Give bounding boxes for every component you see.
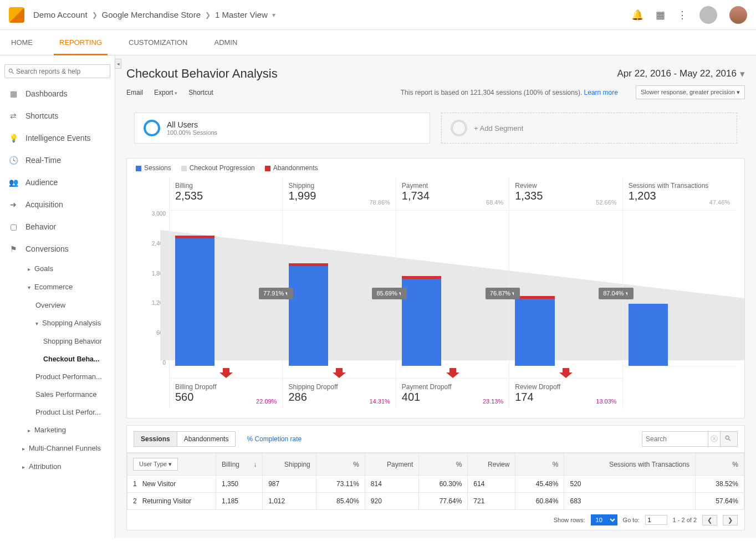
- subnav-marketing[interactable]: ▸Marketing: [0, 421, 115, 440]
- email-button[interactable]: Email: [126, 89, 143, 96]
- tab-home[interactable]: HOME: [6, 30, 38, 55]
- col-header[interactable]: %: [316, 453, 365, 476]
- subnav-checkout-behavior[interactable]: Checkout Beha...: [0, 350, 115, 368]
- breadcrumb-view[interactable]: 1 Master View: [215, 10, 268, 19]
- stage-label: Review: [515, 182, 616, 190]
- people-icon: 👥: [8, 178, 19, 187]
- table-row[interactable]: 2 Returning Visitor1,1851,01285.40%92077…: [127, 493, 744, 510]
- nav-dashboards[interactable]: ▦Dashboards: [0, 83, 115, 105]
- collapse-sidebar-icon[interactable]: ◂: [115, 59, 121, 69]
- subnav-sales-performance[interactable]: Sales Performance: [0, 386, 115, 404]
- bell-icon[interactable]: 🔔: [631, 9, 643, 21]
- col-header[interactable]: Shipping: [263, 453, 316, 476]
- show-rows-label: Show rows:: [554, 517, 585, 523]
- subnav-mcf[interactable]: ▸Multi-Channel Funnels: [0, 440, 115, 458]
- col-header[interactable]: %: [695, 453, 744, 476]
- nav-realtime[interactable]: 🕓Real-Time: [0, 149, 115, 171]
- user-avatar[interactable]: [729, 6, 747, 24]
- subnav-shopping-behavior[interactable]: Shopping Behavior: [0, 333, 115, 350]
- caret-right-icon: ▸: [22, 442, 27, 456]
- tab-sessions[interactable]: Sessions: [134, 431, 177, 447]
- clear-icon[interactable]: ⓧ: [708, 431, 721, 447]
- stage-pct: 78.86%: [370, 199, 390, 206]
- tab-reporting[interactable]: REPORTING: [54, 30, 108, 55]
- y-tick: 0: [136, 360, 166, 366]
- col-header[interactable]: Sessions with Transactions: [564, 453, 695, 476]
- flow-pill[interactable]: 76.87% ▾: [486, 288, 520, 299]
- dropoff-arrow-icon: [219, 368, 233, 378]
- nav-audience[interactable]: 👥Audience: [0, 171, 115, 193]
- rows-select[interactable]: 10: [591, 514, 617, 525]
- subnav-goals[interactable]: ▸Goals: [0, 260, 115, 278]
- dropoff-arrow-icon: [559, 368, 573, 378]
- user-type-dropdown[interactable]: User Type ▾: [133, 458, 178, 471]
- subnav-product-performance[interactable]: Product Performan...: [0, 368, 115, 386]
- subnav-shopping-analysis[interactable]: ▾Shopping Analysis: [0, 314, 115, 333]
- add-segment-button[interactable]: + Add Segment: [441, 113, 737, 144]
- completion-rate-link[interactable]: % Completion rate: [247, 435, 302, 443]
- col-header[interactable]: Review: [468, 453, 515, 476]
- flag-icon: ⚑: [8, 244, 19, 253]
- segment-circle-icon: [451, 120, 467, 136]
- flow-pill[interactable]: 77.91% ▾: [259, 288, 293, 299]
- chevron-down-icon[interactable]: ▾: [272, 11, 275, 19]
- breadcrumb-property[interactable]: Google Merchandise Store: [102, 10, 201, 19]
- shortcut-button[interactable]: Shortcut: [188, 89, 213, 96]
- apps-icon[interactable]: ▦: [656, 9, 665, 21]
- more-icon[interactable]: ⋮: [677, 9, 687, 21]
- subnav-product-list[interactable]: Product List Perfor...: [0, 404, 115, 421]
- cell: 60.30%: [419, 476, 468, 493]
- goto-page-input[interactable]: [645, 515, 667, 525]
- y-tick: 600: [136, 330, 166, 336]
- subnav-overview[interactable]: Overview: [0, 297, 115, 314]
- table-card: Sessions Abandonments % Completion rate …: [126, 425, 745, 530]
- flow-pill[interactable]: 85.69% ▾: [372, 288, 406, 299]
- col-header[interactable]: Billing ↓: [216, 453, 263, 476]
- stage-bar: [629, 304, 668, 366]
- flow-pill[interactable]: 87.04% ▾: [599, 288, 633, 299]
- tab-abandonments[interactable]: Abandonments: [177, 431, 236, 447]
- nav-intelligence[interactable]: 💡Intelligence Events: [0, 127, 115, 149]
- table-search-input[interactable]: [642, 431, 708, 447]
- funnel-stage[interactable]: Shipping1,99978.86%85.69% ▾Shipping Drop…: [282, 177, 395, 409]
- nav-acquisition[interactable]: ➜Acquisition: [0, 193, 115, 216]
- cell: 85.40%: [316, 493, 365, 510]
- tab-customization[interactable]: CUSTOMIZATION: [123, 30, 193, 55]
- precision-dropdown[interactable]: Slower response, greater precision ▾: [636, 85, 745, 99]
- table-row[interactable]: 1 New Visitor1,35098773.11%81460.30%6144…: [127, 476, 744, 493]
- date-range-picker[interactable]: Apr 22, 2016 - May 22, 2016 ▾: [617, 68, 745, 80]
- breadcrumb-account[interactable]: Demo Account: [33, 10, 88, 19]
- subnav-attribution[interactable]: ▸Attribution: [0, 458, 115, 476]
- account-avatar[interactable]: [699, 6, 717, 24]
- ga-logo: [9, 7, 24, 23]
- stage-pct: 68.4%: [486, 199, 503, 206]
- nav-conversions[interactable]: ⚑Conversions: [0, 238, 115, 260]
- search-reports[interactable]: [4, 64, 110, 78]
- prev-page-button[interactable]: ❮: [702, 515, 717, 525]
- funnel-stage[interactable]: Billing2,53577.91% ▾Billing Dropoff56022…: [169, 177, 282, 409]
- dropoff-label: Billing Dropoff: [175, 383, 277, 391]
- search-icon[interactable]: [721, 431, 738, 447]
- segment-all-users[interactable]: All Users 100.00% Sessions: [134, 113, 430, 144]
- nav-shortcuts[interactable]: ⇄Shortcuts: [0, 105, 115, 127]
- search-input[interactable]: [16, 68, 106, 75]
- col-header[interactable]: %: [419, 453, 468, 476]
- funnel-stage[interactable]: Review1,33552.66%87.04% ▾Review Dropoff1…: [509, 177, 622, 409]
- col-header[interactable]: %: [515, 453, 564, 476]
- bulb-icon: 💡: [8, 134, 19, 142]
- segment-circle-icon: [144, 120, 160, 136]
- stage-label: Sessions with Transactions: [629, 182, 730, 190]
- tab-admin[interactable]: ADMIN: [208, 30, 243, 55]
- cell: 987: [263, 476, 316, 493]
- funnel-stage[interactable]: Sessions with Transactions1,20347.46%: [622, 177, 735, 409]
- subnav-ecommerce[interactable]: ▾Ecommerce: [0, 278, 115, 297]
- export-button[interactable]: Export: [154, 89, 177, 96]
- sampling-info: This report is based on 121,304 sessions…: [401, 89, 618, 96]
- search-icon: [8, 67, 16, 75]
- learn-more-link[interactable]: Learn more: [584, 89, 618, 96]
- col-header[interactable]: Payment: [365, 453, 419, 476]
- cell: 38.52%: [695, 476, 744, 493]
- next-page-button[interactable]: ❯: [723, 515, 738, 525]
- funnel-stage[interactable]: Payment1,73468.4%76.87% ▾Payment Dropoff…: [396, 177, 509, 409]
- nav-behavior[interactable]: ▢Behavior: [0, 216, 115, 238]
